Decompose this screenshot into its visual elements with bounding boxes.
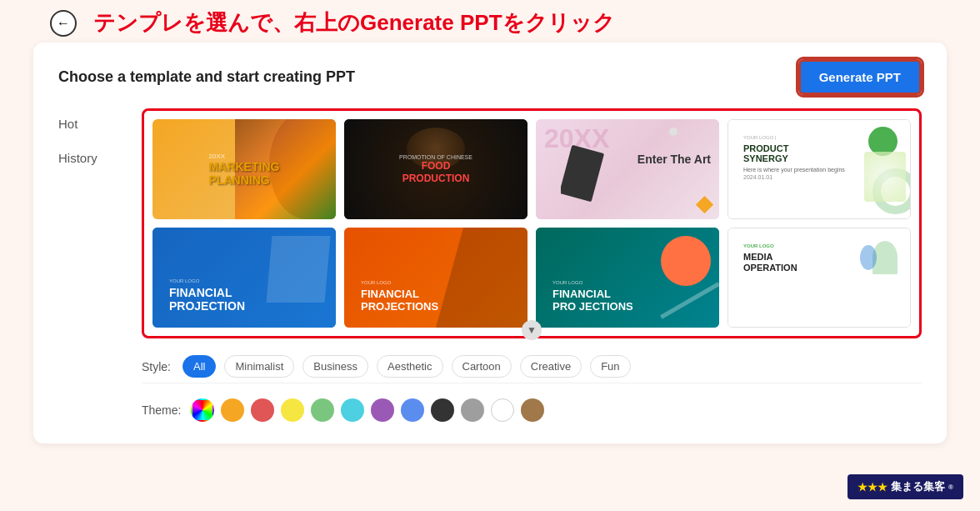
style-btn-aesthetic[interactable]: Aesthetic (377, 355, 442, 378)
template-card-chinese-food[interactable]: PROMOTION OF CHINESE FOODPRODUCTION (344, 119, 528, 219)
content-area: 20XX MARKETINGPLANNING PROMOTION OF CHIN… (142, 108, 922, 427)
tmpl3-title: Enter The Art (638, 153, 711, 166)
star-icon: ★★★ (858, 481, 888, 493)
tmpl1-year: 20XX (209, 153, 280, 160)
theme-dot-rainbow[interactable] (191, 398, 214, 422)
template-card-media-operation[interactable]: YOUR LOGO MEDIAOPERATION (728, 228, 911, 328)
style-btn-business[interactable]: Business (302, 355, 368, 378)
sidebar: Hot History (58, 108, 125, 427)
theme-dot-white[interactable] (491, 398, 514, 422)
theme-dot-green[interactable] (311, 398, 334, 422)
style-btn-cartoon[interactable]: Cartoon (452, 355, 512, 378)
tmpl4-logo: YOUR LOGO | (743, 135, 845, 140)
annotation-bar: ← テンプレを選んで、右上のGenerate PPTをクリック (0, 0, 980, 43)
back-button[interactable]: ← (50, 10, 77, 37)
theme-dot-red[interactable] (251, 398, 274, 422)
body-layout: Hot History 20XX MARKETINGPLANNING (58, 108, 922, 427)
header-row: Choose a template and start creating PPT… (58, 59, 922, 95)
scroll-down-indicator[interactable]: ▼ (522, 320, 542, 340)
template-card-financial-teal[interactable]: YOUR LOGO FINANCIALPRO JECTIONS (536, 228, 719, 328)
sidebar-item-history[interactable]: History (58, 151, 125, 165)
theme-dot-gray[interactable] (461, 398, 484, 422)
template-grid: 20XX MARKETINGPLANNING PROMOTION OF CHIN… (152, 119, 911, 328)
template-card-financial-blue[interactable]: YOUR LOGO FINANCIALPROJECTION (152, 228, 336, 328)
theme-dot-purple[interactable] (371, 398, 394, 422)
tmpl8-title: MEDIAOPERATION (743, 252, 798, 273)
tmpl4-title: PRODUCTSYNERGY (743, 143, 845, 163)
tmpl8-logo: YOUR LOGO (743, 243, 798, 248)
template-card-marketing[interactable]: 20XX MARKETINGPLANNING (152, 119, 336, 219)
theme-row: Theme: (142, 393, 922, 427)
style-btn-minimalist[interactable]: Minimalist (224, 355, 294, 378)
theme-dot-yellow[interactable] (281, 398, 304, 422)
tmpl1-title: MARKETINGPLANNING (209, 160, 280, 187)
theme-dot-orange[interactable] (221, 398, 244, 422)
tmpl5-logo: YOUR LOGO (169, 278, 245, 283)
template-card-product-synergy[interactable]: YOUR LOGO | PRODUCTSYNERGY Here is where… (728, 119, 911, 219)
theme-filter-label: Theme: (142, 403, 181, 417)
logo-text: 集まる集客 (891, 479, 945, 494)
page-title: Choose a template and start creating PPT (58, 68, 355, 86)
theme-dot-blue[interactable] (401, 398, 424, 422)
tmpl2-title: FOODPRODUCTION (399, 160, 472, 184)
tmpl6-logo: YOUR LOGO (361, 280, 438, 285)
tmpl7-logo: YOUR LOGO (552, 280, 633, 285)
theme-dot-dark[interactable] (431, 398, 454, 422)
template-card-art[interactable]: 20XX Enter The Art (536, 119, 719, 219)
tmpl6-title: FINANCIALPROJECTIONS (361, 288, 438, 313)
tmpl7-title: FINANCIALPRO JECTIONS (552, 288, 633, 313)
style-btn-creative[interactable]: Creative (520, 355, 582, 378)
style-btn-all[interactable]: All (182, 355, 216, 378)
tmpl2-subtitle: PROMOTION OF CHINESE (399, 154, 472, 160)
sidebar-item-hot[interactable]: Hot (58, 117, 125, 131)
theme-dot-brown[interactable] (521, 398, 544, 422)
generate-ppt-button[interactable]: Generate PPT (798, 59, 922, 95)
annotation-text: テンプレを選んで、右上のGenerate PPTをクリック (93, 8, 615, 38)
template-card-financial-orange[interactable]: YOUR LOGO FINANCIALPROJECTIONS (344, 228, 528, 328)
bottom-logo: ★★★ 集まる集客 ® (848, 474, 963, 499)
template-grid-wrapper: 20XX MARKETINGPLANNING PROMOTION OF CHIN… (142, 108, 922, 338)
theme-dot-cyan[interactable] (341, 398, 364, 422)
main-container: Choose a template and start creating PPT… (33, 43, 947, 443)
tmpl5-title: FINANCIALPROJECTION (169, 287, 245, 313)
style-filter-label: Style: (142, 360, 171, 373)
back-icon: ← (57, 16, 70, 31)
style-filter-row: Style: All Minimalist Business Aesthetic… (142, 350, 922, 383)
style-btn-fun[interactable]: Fun (590, 355, 630, 378)
